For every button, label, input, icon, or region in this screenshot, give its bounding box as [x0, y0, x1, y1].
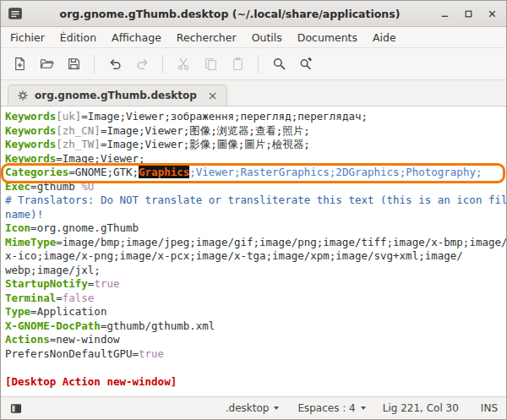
- open-document-button[interactable]: [34, 52, 59, 76]
- toolbar: [1, 48, 506, 80]
- code-segment: PrefersNonDefaultGPU=: [5, 347, 139, 360]
- tab-width-label: Espaces : 4: [297, 402, 355, 414]
- code-segment: Graphics: [139, 166, 189, 178]
- editor-line: Terminal=false: [5, 292, 506, 306]
- editor-line: Keywords[uk]=Image;Viewer;зображення;пер…: [5, 110, 506, 124]
- language-label: .desktop: [226, 402, 270, 414]
- code-segment: Actions: [5, 333, 50, 346]
- gear-icon: [17, 90, 29, 101]
- code-segment: =gthumb: [30, 180, 81, 193]
- code-segment: [zh_TW]: [56, 138, 101, 150]
- code-segment: # Translators: Do NOT translate or trans…: [5, 194, 506, 206]
- save-button[interactable]: [61, 52, 86, 76]
- code-segment: ;Viewer;RasterGraphics;2DGraphics;Photog…: [189, 166, 482, 178]
- paste-button[interactable]: [225, 52, 250, 76]
- toolbar-separator: [94, 55, 95, 74]
- toolbar-separator: [162, 55, 163, 74]
- redo-button[interactable]: [129, 52, 155, 76]
- restore-button[interactable]: [461, 6, 476, 21]
- editor-line: Keywords=Image;Viewer;: [5, 152, 506, 166]
- code-segment: X-GNOME-DocPath: [5, 319, 101, 332]
- menu-documents[interactable]: Documents: [290, 29, 365, 46]
- code-segment: [Desktop Action new-window]: [5, 375, 177, 388]
- menu-fichier[interactable]: Fichier: [3, 29, 52, 46]
- code-segment: StartupNotify: [5, 277, 88, 290]
- editor-line: X-GNOME-DocPath=gthumb/gthumb.xml: [5, 319, 506, 334]
- code-segment: =: [56, 292, 63, 304]
- code-segment: =Application: [30, 305, 106, 318]
- editor-line: MimeType=image/bmp;image/jpeg;image/gif;…: [5, 236, 506, 250]
- code-segment: Icon: [5, 221, 30, 234]
- cursor-position: Lig 221, Col 30: [383, 402, 459, 414]
- editor-line: [Desktop Action new-window]: [5, 375, 506, 390]
- code-segment: Keywords: [5, 110, 56, 123]
- editor-line: Keywords[zh_TW]=Image;Viewer;影像;圖像;圖片;檢視…: [5, 138, 506, 152]
- side-panel-toggle-button[interactable]: [6, 400, 26, 417]
- code-segment: x-ico;image/x-png;image/x-pcx;image/x-tg…: [5, 249, 463, 262]
- code-segment: Keywords: [5, 152, 56, 165]
- code-segment: name)!: [5, 208, 43, 221]
- code-segment: =gthumb/gthumb.xml: [101, 319, 215, 332]
- code-segment: =Image;Viewer;图像;浏览器;查看;照片;: [101, 124, 310, 137]
- menu-outils[interactable]: Outils: [244, 29, 290, 46]
- editor-line: PrefersNonDefaultGPU=true: [5, 347, 506, 362]
- code-segment: [zh_CN]: [56, 124, 101, 137]
- code-segment: =org.gnome.gThumb: [30, 221, 139, 234]
- code-segment: [uk]: [56, 110, 81, 123]
- chevron-down-icon: [361, 406, 366, 410]
- editor-line: Categories=GNOME;GTK;Graphics;Viewer;Ras…: [5, 166, 506, 180]
- editor-line: x-ico;image/x-png;image/x-pcx;image/x-tg…: [5, 249, 506, 264]
- text-editor-window: org.gnome.gThumb.desktop (~/.local/share…: [0, 0, 507, 420]
- editor-line: Type=Application: [5, 305, 506, 319]
- code-segment: =new-window: [50, 333, 120, 346]
- tabbar: org.gnome.gThumb.desktop ×: [1, 80, 506, 106]
- code-segment: MimeType: [5, 236, 56, 248]
- code-segment: Keywords: [5, 138, 56, 150]
- editor-line: Icon=org.gnome.gThumb: [5, 221, 506, 236]
- menu-aide[interactable]: Aide: [365, 29, 404, 46]
- close-tab-icon[interactable]: ×: [203, 90, 218, 101]
- find-button[interactable]: [266, 52, 292, 76]
- insert-mode-indicator: INS: [481, 402, 498, 414]
- editor-line: [5, 361, 506, 375]
- code-segment: false: [63, 292, 95, 304]
- code-segment: =Image;Viewer;影像;圖像;圖片;檢視器;: [101, 138, 310, 150]
- menu-affichage[interactable]: Affichage: [104, 29, 169, 46]
- window-controls: [437, 6, 499, 21]
- code-segment: Exec: [5, 180, 30, 193]
- window-title: org.gnome.gThumb.desktop (~/.local/share…: [23, 8, 437, 20]
- editor-line: # Translators: Do NOT translate or trans…: [5, 194, 506, 208]
- statusbar: .desktop Espaces : 4 Lig 221, Col 30 INS: [1, 396, 506, 419]
- new-document-button[interactable]: [7, 52, 32, 76]
- editor-line: Actions=new-window: [5, 333, 506, 347]
- editor-line: Exec=gthumb %U: [5, 180, 506, 194]
- code-segment: %U: [81, 180, 94, 193]
- editor[interactable]: Keywords[uk]=Image;Viewer;зображення;пер…: [1, 106, 506, 396]
- editor-line: name)!: [5, 208, 506, 222]
- find-and-replace-button[interactable]: [293, 52, 319, 76]
- tab-width-selector[interactable]: Espaces : 4: [294, 401, 368, 416]
- tab-label: org.gnome.gThumb.desktop: [35, 90, 197, 101]
- copy-button[interactable]: [198, 52, 223, 76]
- code-segment: =image/bmp;image/jpeg;image/gif;image/pn…: [56, 236, 506, 248]
- cut-button[interactable]: [171, 52, 196, 76]
- editor-line: webp;image/jxl;: [5, 264, 506, 278]
- close-button[interactable]: [484, 6, 499, 21]
- menu-edition[interactable]: Édition: [52, 29, 104, 46]
- code-segment: true: [139, 347, 164, 360]
- code-segment: Type: [5, 305, 30, 318]
- titlebar[interactable]: org.gnome.gThumb.desktop (~/.local/share…: [1, 1, 506, 27]
- undo-button[interactable]: [102, 52, 128, 76]
- editor-content: Keywords[uk]=Image;Viewer;зображення;пер…: [1, 106, 506, 389]
- menu-rechercher[interactable]: Rechercher: [169, 29, 244, 46]
- editor-line: Keywords[zh_CN]=Image;Viewer;图像;浏览器;查看;照…: [5, 124, 506, 139]
- code-segment: =Image;Viewer;: [56, 152, 144, 165]
- window-icon: [8, 6, 23, 21]
- tab-org-gnome-gthumb-desktop[interactable]: org.gnome.gThumb.desktop ×: [8, 85, 227, 106]
- editor-line: StartupNotify=true: [5, 277, 506, 292]
- chevron-down-icon: [274, 406, 279, 410]
- minimize-button[interactable]: [437, 6, 452, 21]
- code-segment: Terminal: [5, 292, 56, 304]
- code-segment: Keywords: [5, 124, 56, 137]
- language-selector[interactable]: .desktop: [222, 401, 283, 416]
